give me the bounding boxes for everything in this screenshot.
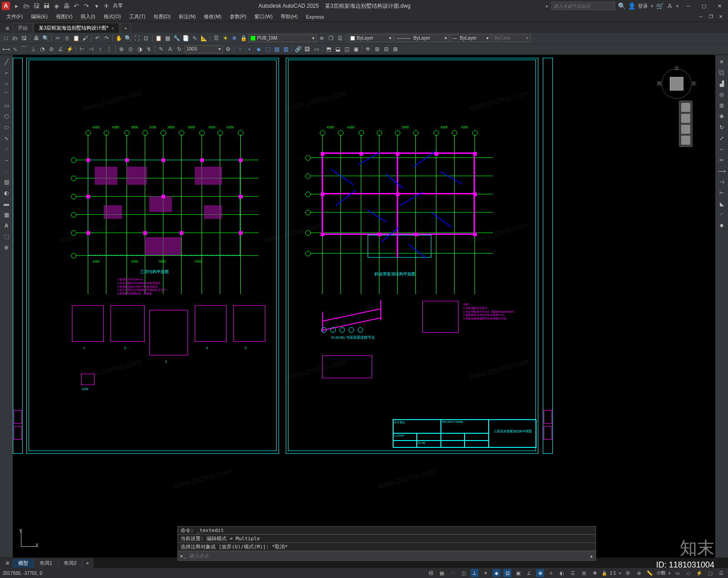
layer-freeze-icon[interactable]: ❄ (230, 34, 238, 42)
tab-close-icon[interactable]: × (111, 25, 114, 31)
doc-minimize-icon[interactable]: ─ (696, 12, 705, 22)
open-icon[interactable]: 🗁 (23, 2, 30, 10)
otrack-button[interactable]: ∠ (525, 569, 533, 577)
dim-quick-icon[interactable]: ⚡ (66, 45, 74, 53)
mod2-icon[interactable]: ▪ (245, 45, 253, 53)
user-icon[interactable]: 👤 (628, 2, 635, 10)
hatch-icon[interactable]: ▨ (2, 178, 10, 186)
trim-icon[interactable]: ✂ (718, 156, 726, 164)
qp-button[interactable]: ☰ (569, 569, 577, 577)
props-button[interactable]: 📋 (154, 34, 162, 42)
drawing-canvas[interactable]: 北 西 东 (13, 55, 715, 558)
pline-icon[interactable]: ⌐ (2, 69, 10, 77)
dimtedit-icon[interactable]: A (166, 45, 174, 53)
ray-icon[interactable]: → (2, 156, 10, 164)
table-icon[interactable]: ▦ (2, 211, 10, 219)
block2-icon[interactable]: ⬓ (334, 45, 342, 53)
hw-button[interactable]: ⚡ (695, 569, 703, 577)
mod5-icon[interactable]: ▤ (273, 45, 281, 53)
tool-button[interactable]: 🔧 (172, 34, 181, 42)
ellipse-icon[interactable]: ⬭ (2, 123, 10, 132)
cmd-recent-icon[interactable]: ▴ (590, 553, 593, 559)
dyn-button[interactable]: ⊕ (536, 569, 544, 577)
save-icon[interactable]: 🖫 (33, 2, 40, 10)
app-icon[interactable]: A (2, 2, 10, 10)
view4-icon[interactable]: ⊠ (391, 45, 399, 53)
web-icon[interactable]: ◈ (53, 2, 60, 10)
close-icon[interactable]: ✕ (713, 1, 726, 11)
menu-draw[interactable]: 绘图(D) (150, 12, 174, 21)
sc-button[interactable]: ⊞ (580, 569, 588, 577)
circle-icon[interactable]: ○ (2, 80, 10, 88)
autodesk-icon[interactable]: А (666, 2, 673, 10)
cart-icon[interactable]: 🛒 (656, 2, 663, 10)
navzoom-icon[interactable] (681, 125, 690, 134)
layer-tool3-icon[interactable]: ☱ (336, 34, 344, 42)
qcalc-button[interactable]: 📐 (200, 34, 208, 42)
mod1-icon[interactable]: ▫ (236, 45, 244, 53)
explode-icon[interactable]: ✸ (718, 222, 726, 230)
nav-bar[interactable] (679, 101, 693, 147)
navorbit-icon[interactable] (681, 136, 690, 145)
cut-button[interactable]: ✂ (54, 34, 62, 42)
save-button[interactable]: 🖫 (20, 34, 28, 42)
lwt-button[interactable]: ≡ (547, 569, 555, 577)
units-button[interactable]: 📏 (646, 569, 654, 577)
grid-button[interactable]: ▦ (438, 569, 446, 577)
redo-icon[interactable]: ↷ (83, 2, 90, 10)
xline-icon[interactable]: ⟋ (2, 145, 10, 153)
mirror-icon[interactable]: ▟ (718, 80, 726, 88)
menu-format[interactable]: 格式(O) (100, 12, 125, 21)
chamfer-icon[interactable]: ◣ (718, 200, 726, 208)
dimstyle-mgr-icon[interactable]: ⚙ (224, 45, 232, 53)
dimstyle-dropdown[interactable]: 100S▾ (184, 45, 223, 53)
menu-dim[interactable]: 标注(N) (175, 12, 199, 21)
menu-edit[interactable]: 编辑(E) (27, 12, 51, 21)
lineweight-dropdown[interactable]: — ByLayer▾ (450, 34, 491, 42)
doc-restore-icon[interactable]: ❐ (706, 12, 715, 22)
menu-tools[interactable]: 工具(T) (126, 12, 149, 21)
coords[interactable]: 2017930, -37701, 0 (3, 571, 42, 576)
open-button[interactable]: 🗁 (11, 34, 19, 42)
zoomwin-button[interactable]: ⛶ (133, 34, 141, 42)
array-icon[interactable]: ⊞ (718, 101, 726, 110)
doc-close-icon[interactable]: ✕ (716, 12, 725, 22)
mod4-icon[interactable]: ⬚ (263, 45, 272, 53)
viewcube-top[interactable] (670, 77, 683, 91)
dim-ang-icon[interactable]: ∠ (56, 45, 65, 53)
tab-start[interactable]: 开始 (13, 23, 33, 33)
linetype-dropdown[interactable]: ——— ByLayer▾ (394, 34, 449, 42)
layer-tool2-icon[interactable]: ❐ (327, 34, 335, 42)
dim-base-icon[interactable]: ⊢ (78, 45, 86, 53)
scale-icon[interactable]: ⤢ (718, 134, 726, 142)
copy-button[interactable]: ⎘ (63, 34, 71, 42)
layer-dropdown[interactable]: PUB_DIM▾ (248, 34, 317, 42)
jog-icon[interactable]: ↯ (145, 45, 153, 53)
maximize-icon[interactable]: ▢ (697, 1, 711, 11)
center-icon[interactable]: ⊙ (126, 45, 135, 53)
ortho-button[interactable]: ⊥ (470, 569, 479, 577)
start-menu-icon[interactable]: ≡ (2, 24, 13, 33)
tab-layout1[interactable]: 布局1 (34, 559, 58, 568)
dim-linear-icon[interactable]: ⟷ (2, 45, 10, 53)
qv-button[interactable]: ▭ (673, 569, 682, 577)
block3-icon[interactable]: ◫ (343, 45, 351, 53)
inspect-icon[interactable]: ◑ (136, 45, 144, 53)
insert-icon[interactable]: ⊕ (2, 243, 10, 252)
search-icon[interactable]: 🔍 (618, 2, 625, 10)
layer-button[interactable]: ☰ (212, 34, 220, 42)
point-icon[interactable]: · (2, 167, 10, 175)
redo-button[interactable]: ↷ (102, 34, 111, 42)
block4-icon[interactable]: ▣ (352, 45, 360, 53)
navpan-icon[interactable] (681, 114, 690, 123)
custom-button[interactable]: ☰ (717, 569, 725, 577)
dim-break-icon[interactable]: ⋮ (105, 45, 113, 53)
mod6-icon[interactable]: ▥ (282, 45, 290, 53)
polygon-icon[interactable]: ⬡ (2, 112, 10, 121)
dim-space-icon[interactable]: ↕ (96, 45, 104, 53)
tolerance-icon[interactable]: ⊕ (117, 45, 126, 53)
tab-layout-add[interactable]: + (82, 559, 93, 567)
dim-ord-icon[interactable]: ⊥ (29, 45, 37, 53)
infer-button[interactable]: ◫ (460, 569, 468, 577)
menu-express[interactable]: Express (302, 13, 328, 20)
